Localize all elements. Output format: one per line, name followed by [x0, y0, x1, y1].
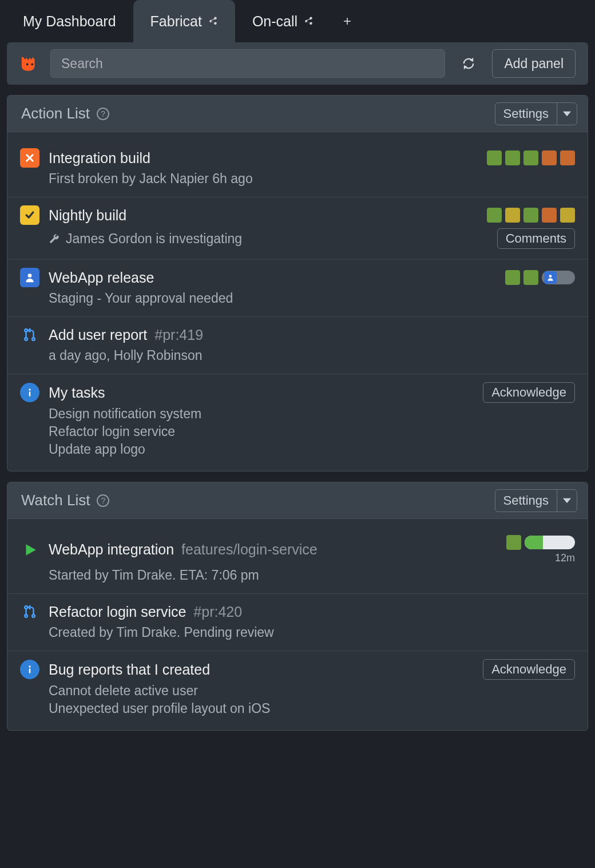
- add-panel-label: Add panel: [504, 56, 564, 72]
- tab-on-call[interactable]: On-call: [235, 0, 331, 42]
- status-widgets: 12m: [506, 535, 575, 564]
- item-title: Refactor login service #pr:420: [49, 604, 242, 620]
- svg-rect-8: [29, 391, 31, 396]
- item-subtext: Started by Tim Drake. ETA: 7:06 pm: [49, 568, 259, 583]
- svg-point-7: [29, 389, 30, 390]
- item-subtext: First broken by Jack Napier 6h ago: [49, 171, 253, 187]
- item-title: Integration build: [49, 150, 150, 167]
- chevron-down-icon: [563, 110, 571, 118]
- panel-title: Action List ?: [21, 105, 109, 122]
- status-widgets: [505, 270, 575, 285]
- status-square: [505, 150, 520, 165]
- item-title: WebApp integration features/login-servic…: [49, 541, 318, 558]
- title-main: Refactor login service: [49, 604, 186, 620]
- task-sublist: Design notification system Refactor logi…: [20, 406, 575, 457]
- svg-point-1: [31, 64, 33, 66]
- button-label: Acknowledge: [491, 385, 566, 399]
- wrench-icon: [49, 233, 60, 244]
- watch-items: WebApp integration features/login-servic…: [7, 519, 588, 727]
- action-item-webapp-release[interactable]: WebApp release Staging - Your approval n…: [7, 260, 588, 317]
- action-item-my-tasks[interactable]: My tasks Acknowledge Design notification…: [7, 374, 588, 467]
- task-item: Design notification system: [49, 406, 575, 422]
- panel-header: Watch List ? Settings: [7, 482, 588, 519]
- action-item-add-user-report[interactable]: Add user report #pr:419 a day ago, Holly…: [7, 317, 588, 374]
- item-title: Nightly build: [49, 207, 126, 224]
- add-tab-button[interactable]: +: [331, 13, 364, 29]
- item-title: My tasks: [49, 385, 105, 401]
- settings-button[interactable]: Settings: [495, 103, 557, 125]
- item-subtext: Staging - Your approval needed: [49, 291, 233, 306]
- progress-indicator: [525, 536, 575, 549]
- title-suffix: #pr:420: [193, 604, 242, 620]
- info-icon: [20, 660, 39, 679]
- refresh-icon: [461, 56, 477, 72]
- status-square: [487, 208, 502, 223]
- settings-button-group: Settings: [495, 102, 578, 125]
- bug-item: Unexpected user profile layout on iOS: [49, 701, 575, 716]
- title-main: Add user report: [49, 327, 147, 343]
- bug-sublist: Cannot delete active user Unexpected use…: [20, 683, 575, 716]
- acknowledge-button[interactable]: Acknowledge: [483, 382, 575, 403]
- user-avatar-icon: [544, 271, 557, 284]
- user-icon: [20, 268, 39, 287]
- svg-point-9: [25, 606, 27, 609]
- watch-item-webapp-integration[interactable]: WebApp integration features/login-servic…: [7, 527, 588, 594]
- panel-title-text: Watch List: [21, 492, 90, 509]
- panel-watch-list: Watch List ? Settings WebApp integration…: [7, 482, 588, 731]
- share-icon: [208, 13, 218, 30]
- watch-item-refactor-login-service[interactable]: Refactor login service #pr:420 Created b…: [7, 594, 588, 651]
- status-square: [523, 270, 538, 285]
- title-suffix: features/login-service: [181, 541, 318, 557]
- svg-point-5: [25, 338, 27, 340]
- panel-title: Watch List ?: [21, 492, 109, 509]
- tab-fabricat[interactable]: Fabricat: [133, 0, 235, 42]
- status-square: [505, 208, 520, 223]
- item-subtext: James Gordon is investigating: [66, 231, 242, 247]
- toolbar: Add panel: [7, 42, 588, 85]
- item-title: WebApp release: [49, 269, 154, 286]
- error-icon: [20, 148, 39, 168]
- svg-rect-13: [29, 668, 31, 673]
- help-icon[interactable]: ?: [97, 108, 109, 120]
- chevron-down-icon: [563, 497, 571, 505]
- refresh-button[interactable]: [455, 49, 482, 78]
- settings-label: Settings: [503, 106, 549, 121]
- panel-title-text: Action List: [21, 105, 90, 122]
- status-square: [542, 150, 557, 165]
- tab-label: My Dashboard: [23, 13, 116, 30]
- help-icon[interactable]: ?: [97, 494, 109, 507]
- action-item-integration-build[interactable]: Integration build First broken by Jack N…: [7, 140, 588, 197]
- pull-request-icon: [20, 602, 39, 621]
- action-item-nightly-build[interactable]: Nightly build James Gordon is investigat…: [7, 197, 588, 260]
- acknowledge-button[interactable]: Acknowledge: [483, 659, 575, 680]
- assignee-toggle[interactable]: [542, 271, 575, 284]
- status-square: [506, 535, 521, 550]
- status-square: [542, 208, 557, 223]
- action-items: Integration build First broken by Jack N…: [7, 132, 588, 467]
- svg-point-12: [29, 665, 30, 667]
- settings-button[interactable]: Settings: [495, 490, 557, 512]
- panel-action-list: Action List ? Settings Integration build: [7, 95, 588, 471]
- comments-button[interactable]: Comments: [497, 228, 575, 249]
- title-main: WebApp integration: [49, 541, 174, 557]
- app-logo-icon: [19, 53, 40, 74]
- panel-header: Action List ? Settings: [7, 96, 588, 132]
- settings-dropdown-button[interactable]: [557, 103, 577, 125]
- status-square: [487, 150, 502, 165]
- item-title: Add user report #pr:419: [49, 327, 203, 343]
- add-panel-button[interactable]: Add panel: [492, 49, 576, 78]
- search-input[interactable]: [50, 49, 445, 78]
- play-icon: [20, 540, 39, 560]
- svg-point-0: [26, 64, 29, 66]
- settings-dropdown-button[interactable]: [557, 490, 577, 512]
- status-square: [560, 208, 575, 223]
- button-label: Acknowledge: [491, 662, 566, 676]
- settings-button-group: Settings: [495, 489, 578, 512]
- info-icon: [20, 383, 39, 402]
- warning-check-icon: [20, 205, 39, 225]
- svg-point-6: [32, 338, 35, 340]
- task-item: Update app logo: [49, 442, 575, 457]
- watch-item-bug-reports[interactable]: Bug reports that I created Acknowledge C…: [7, 651, 588, 727]
- share-icon: [303, 13, 314, 30]
- tab-my-dashboard[interactable]: My Dashboard: [6, 0, 133, 42]
